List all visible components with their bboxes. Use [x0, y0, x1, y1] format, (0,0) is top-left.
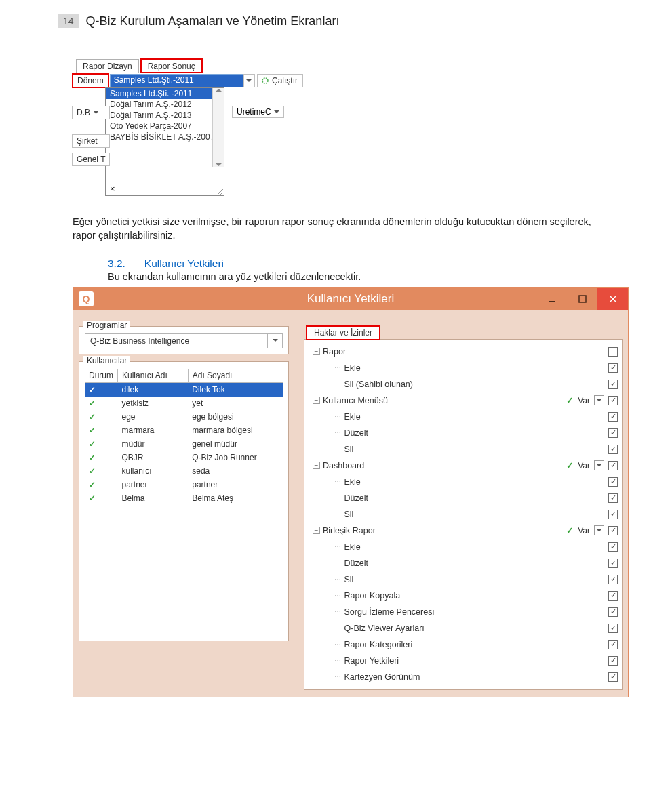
permission-checkbox[interactable]: ✓ [608, 624, 618, 633]
dropdown-close[interactable]: × [106, 182, 224, 195]
dropdown-item-selected[interactable]: Samples Ltd.Şti. -2011 [106, 88, 224, 99]
dropdown-item[interactable]: BAYBİS BİSİKLET A.Ş.-2007 [106, 131, 224, 142]
permission-checkbox[interactable]: ✓ [608, 526, 618, 535]
check-icon: ✓ [89, 426, 96, 435]
permission-label: Ekle [344, 477, 609, 487]
table-row[interactable]: ✓yetkisizyet [85, 397, 283, 410]
table-row[interactable]: ✓kullanıcıseda [85, 464, 283, 478]
programs-legend: Programlar [83, 321, 130, 330]
donem-value[interactable]: Samples Ltd.Şti.-2011 [110, 74, 243, 87]
permission-label: Düzelt [344, 493, 609, 503]
check-icon: ✓ [566, 395, 574, 405]
table-row[interactable]: ✓partnerpartner [85, 478, 283, 491]
dropdown-item[interactable]: Doğal Tarım A.Ş.-2013 [106, 110, 224, 121]
minimize-button[interactable] [536, 288, 567, 310]
check-icon: ✓ [89, 412, 96, 422]
report-screenshot: Rapor Dizayn Rapor Sonuç Dönem Samples L… [73, 59, 303, 196]
permission-checkbox[interactable]: ✓ [608, 542, 618, 552]
donem-dropdown-toggle[interactable] [243, 74, 255, 87]
permission-checkbox[interactable]: ✓ [608, 445, 618, 454]
sirket-label: Şirket [72, 134, 110, 148]
cell-username: partner [118, 478, 189, 491]
table-row[interactable]: ✓BelmaBelma Ateş [85, 491, 283, 505]
dropdown-item[interactable]: Oto Yedek Parça-2007 [106, 121, 224, 131]
permission-checkbox[interactable]: ✓ [608, 477, 618, 487]
permission-label: Sorgu İzleme Penceresi [344, 607, 609, 617]
tree-branch-icon: ⋯ [334, 510, 342, 518]
tab-report-result[interactable]: Rapor Sonuç [141, 59, 202, 73]
permission-checkbox[interactable]: ✓ [608, 396, 618, 405]
cell-fullname: partner [188, 478, 283, 491]
col-name[interactable]: Adı Soyadı [188, 369, 283, 383]
dropdown-item[interactable]: Doğal Tarım A.Ş.-2012 [106, 99, 224, 110]
permission-label: Rapor Kategorileri [344, 640, 609, 649]
permission-checkbox[interactable]: ✓ [608, 428, 618, 438]
permission-checkbox[interactable] [608, 347, 618, 357]
uretime-dropdown[interactable]: UretimeC [232, 106, 284, 118]
permission-checkbox[interactable]: ✓ [608, 493, 618, 503]
tree-branch-icon: ⋯ [334, 429, 342, 437]
program-dropdown[interactable]: Q-Biz Business Intelligence [85, 333, 283, 348]
permission-checkbox[interactable]: ✓ [608, 672, 618, 682]
cell-username: QBJR [118, 451, 189, 464]
permission-row: ⋯Sil✓ [311, 571, 618, 588]
permission-checkbox[interactable]: ✓ [608, 575, 618, 584]
table-row[interactable]: ✓dilekDilek Tok [85, 382, 283, 397]
program-dropdown-toggle[interactable] [267, 334, 282, 348]
tab-haklar-izinler[interactable]: Haklar ve İzinler [307, 326, 380, 340]
permission-label: Ekle [344, 542, 609, 552]
permission-checkbox[interactable]: ✓ [608, 656, 618, 666]
permission-checkbox[interactable]: ✓ [608, 591, 618, 601]
tree-toggle[interactable]: − [313, 397, 320, 404]
permission-row: −Kullanıcı Menüsü✓Var✓ [311, 392, 618, 409]
permission-checkbox[interactable]: ✓ [608, 640, 618, 649]
table-row[interactable]: ✓egeege bölgesi [85, 410, 283, 424]
chevron-down-icon [274, 110, 279, 114]
permission-row: ⋯Sil✓ [311, 506, 618, 523]
permission-checkbox[interactable]: ✓ [608, 412, 618, 422]
permission-checkbox[interactable]: ✓ [608, 363, 618, 373]
cell-username: Belma [118, 491, 189, 505]
permission-checkbox[interactable]: ✓ [608, 461, 618, 470]
col-user[interactable]: Kullanıcı Adı [118, 369, 189, 383]
tree-toggle[interactable]: − [313, 527, 320, 534]
tree-branch-icon: ⋯ [334, 624, 342, 632]
col-durum[interactable]: Durum [85, 369, 118, 383]
tree-toggle[interactable]: − [313, 462, 320, 469]
check-icon: ✓ [89, 480, 96, 489]
close-button[interactable] [597, 288, 628, 310]
cell-username: kullanıcı [118, 464, 189, 478]
permission-row: ⋯Düzelt✓ [311, 490, 618, 506]
resize-grip-icon [216, 188, 223, 195]
permission-checkbox[interactable]: ✓ [608, 607, 618, 617]
scroll-up-icon [216, 88, 222, 92]
permission-dropdown[interactable] [594, 460, 604, 470]
scroll-down-icon [216, 163, 222, 167]
permission-dropdown[interactable] [594, 395, 604, 405]
permission-dropdown[interactable] [594, 525, 604, 535]
permission-checkbox[interactable]: ✓ [608, 559, 618, 568]
scrollbar[interactable] [212, 88, 224, 167]
tab-report-design[interactable]: Rapor Dizayn [76, 59, 139, 73]
donem-dropdown-popup: Samples Ltd.Şti. -2011 Doğal Tarım A.Ş.-… [105, 87, 224, 196]
section-title: Kullanıcı Yetkileri [144, 258, 224, 270]
permission-checkbox[interactable]: ✓ [608, 380, 618, 389]
table-row[interactable]: ✓müdürgenel müdür [85, 437, 283, 451]
user-table: Durum Kullanıcı Adı Adı Soyadı ✓dilekDil… [85, 369, 283, 505]
calistir-button[interactable]: Çalıştır [257, 74, 303, 87]
permission-row: ⋯Rapor Kopyala✓ [311, 588, 618, 604]
tree-branch-icon: ⋯ [334, 673, 342, 681]
maximize-button[interactable] [567, 288, 597, 310]
kullanici-yetkileri-window: Q Kullanıcı Yetkileri Programlar [73, 287, 629, 697]
permission-label: Sil (Sahibi olunan) [344, 380, 609, 389]
permission-label: Düzelt [344, 428, 609, 438]
tree-toggle[interactable]: − [313, 348, 320, 355]
permission-checkbox[interactable]: ✓ [608, 510, 618, 519]
permission-row: ⋯Sil (Sahibi olunan)✓ [311, 376, 618, 392]
permission-label: Düzelt [344, 559, 609, 568]
table-row[interactable]: ✓QBJRQ-Biz Job Runner [85, 451, 283, 464]
table-row[interactable]: ✓marmaramarmara bölgesi [85, 424, 283, 437]
permission-label: Kullanıcı Menüsü [323, 396, 566, 405]
check-icon: ✓ [89, 453, 96, 462]
permission-row: ⋯Düzelt✓ [311, 555, 618, 571]
